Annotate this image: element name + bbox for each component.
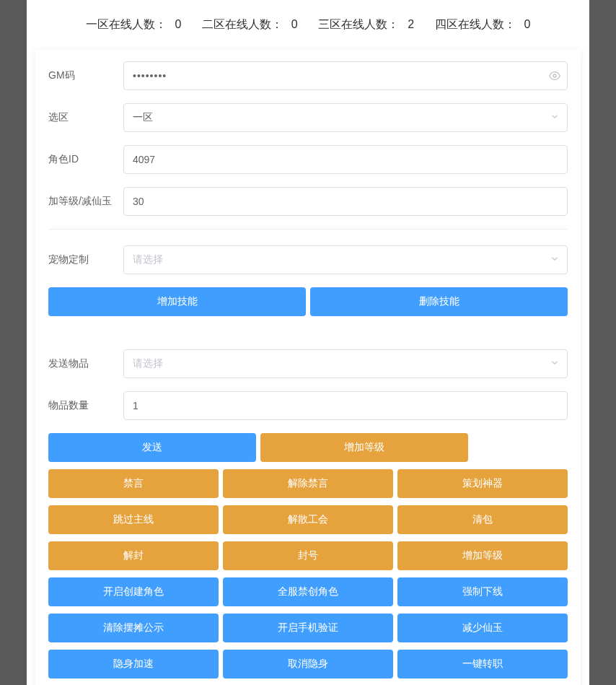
mute-button[interactable]: 禁言	[48, 469, 219, 498]
reduce-xianyu-button[interactable]: 减少仙玉	[397, 614, 568, 642]
clear-stall-button[interactable]: 清除摆摊公示	[48, 614, 219, 642]
gm-code-label: GM码	[48, 69, 123, 82]
svg-point-0	[553, 74, 556, 77]
add-level-button-a[interactable]: 增加等级	[260, 433, 468, 462]
cancel-stealth-button[interactable]: 取消隐身	[223, 650, 393, 679]
level-input[interactable]	[123, 187, 568, 216]
zone-label: 选区	[48, 111, 123, 124]
disable-create-button[interactable]: 全服禁创角色	[223, 577, 393, 606]
zone4-stat: 四区在线人数：0	[431, 18, 535, 30]
force-offline-button[interactable]: 强制下线	[397, 577, 568, 606]
zone-select-value: 一区	[133, 111, 153, 124]
zone3-stat: 三区在线人数：2	[314, 18, 418, 30]
chevron-down-icon	[550, 358, 560, 370]
gm-code-input[interactable]	[123, 61, 568, 90]
divider	[48, 229, 568, 230]
pet-select-placeholder: 请选择	[133, 253, 163, 266]
role-id-label: 角色ID	[48, 153, 123, 166]
ban-button[interactable]: 封号	[223, 541, 393, 570]
online-stats-bar: 一区在线人数：0 二区在线人数：0 三区在线人数：2 四区在线人数：0	[27, 0, 589, 45]
item-qty-input[interactable]	[123, 391, 568, 420]
item-qty-label: 物品数量	[48, 399, 123, 412]
send-item-select[interactable]: 请选择	[123, 349, 568, 378]
delete-skill-button[interactable]: 删除技能	[310, 287, 568, 316]
onekey-transfer-button[interactable]: 一键转职	[397, 650, 568, 679]
level-label: 加等级/减仙玉	[48, 195, 123, 208]
send-button[interactable]: 发送	[48, 433, 256, 462]
add-level-button-b[interactable]: 增加等级	[397, 541, 568, 570]
pet-label: 宠物定制	[48, 253, 123, 266]
send-item-label: 发送物品	[48, 357, 123, 370]
pet-select[interactable]: 请选择	[123, 245, 568, 274]
stealth-speed-button[interactable]: 隐身加速	[48, 650, 219, 679]
gm-form-panel: GM码 选区 一区 角色ID	[35, 50, 581, 685]
eye-icon[interactable]	[549, 70, 560, 82]
zone-select[interactable]: 一区	[123, 103, 568, 132]
clear-bag-button[interactable]: 清包	[397, 505, 568, 534]
plan-weapon-button[interactable]: 策划神器	[397, 469, 568, 498]
enable-phone-button[interactable]: 开启手机验证	[223, 614, 393, 642]
chevron-down-icon	[550, 254, 560, 266]
role-id-input[interactable]	[123, 145, 568, 174]
zone1-stat: 一区在线人数：0	[82, 18, 186, 30]
skip-main-button[interactable]: 跳过主线	[48, 505, 219, 534]
send-item-placeholder: 请选择	[133, 357, 163, 370]
unmute-button[interactable]: 解除禁言	[223, 469, 393, 498]
dismiss-guild-button[interactable]: 解散工会	[223, 505, 393, 534]
unban-button[interactable]: 解封	[48, 541, 219, 570]
enable-create-button[interactable]: 开启创建角色	[48, 577, 219, 606]
zone2-stat: 二区在线人数：0	[198, 18, 302, 30]
chevron-down-icon	[550, 112, 560, 124]
add-skill-button[interactable]: 增加技能	[48, 287, 306, 316]
